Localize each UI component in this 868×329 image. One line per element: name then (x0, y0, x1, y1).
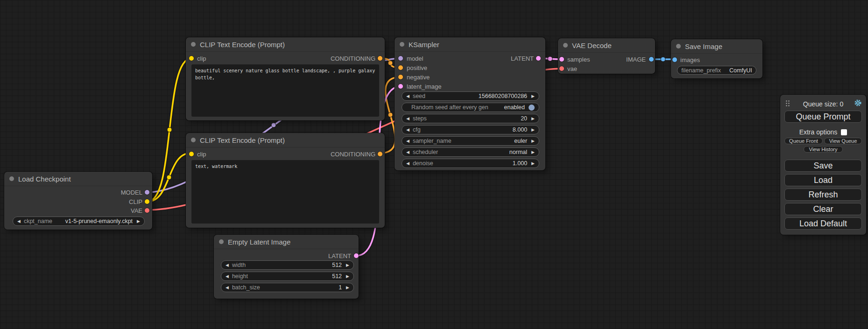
input-port-positive[interactable] (398, 65, 403, 70)
queue-panel[interactable]: Queue size: 0 Queue Prompt Extra options… (780, 95, 866, 235)
stepper-left-icon[interactable]: ◀ (17, 219, 21, 224)
stepper-left-icon[interactable]: ◀ (406, 128, 409, 132)
load-default-button[interactable]: Load Default (784, 217, 862, 230)
output-port-conditioning[interactable] (378, 152, 382, 156)
queue-prompt-button[interactable]: Queue Prompt (784, 111, 862, 123)
width-widget[interactable]: ◀ width 512 ▶ (221, 260, 354, 270)
wire-midpoint-dot-latent-out[interactable] (548, 56, 552, 61)
node-title-bar[interactable]: Empty Latent Image (214, 235, 359, 249)
stepper-left-icon[interactable]: ◀ (226, 274, 229, 279)
stepper-right-icon[interactable]: ▶ (531, 161, 535, 166)
node-title: VAE Decode (572, 42, 612, 49)
height-widget[interactable]: ◀ height 512 ▶ (221, 272, 354, 281)
output-port-vae[interactable] (145, 208, 149, 213)
widget-label: height (232, 273, 248, 280)
clear-button[interactable]: Clear (784, 203, 862, 215)
input-port-model[interactable] (398, 56, 403, 61)
node-status-dot (191, 42, 196, 47)
stepper-left-icon[interactable]: ◀ (406, 150, 409, 154)
input-port-samples[interactable] (559, 57, 564, 62)
extra-options-label: Extra options (799, 128, 838, 136)
output-port-image[interactable] (649, 57, 654, 62)
seed-widget[interactable]: ◀ seed 156680208700286 ▶ (402, 91, 539, 101)
scheduler-widget[interactable]: ◀ scheduler normal ▶ (402, 147, 539, 157)
queue-front-button[interactable]: Queue Front (784, 138, 823, 144)
input-port-vae[interactable] (559, 66, 564, 71)
save-button[interactable]: Save (784, 160, 862, 172)
node-title: CLIP Text Encode (Prompt) (200, 41, 285, 49)
stepper-right-icon[interactable]: ▶ (346, 274, 349, 279)
prompt-text-area[interactable]: text, watermark (191, 160, 379, 224)
stepper-right-icon[interactable]: ▶ (346, 286, 349, 290)
widget-value: 8.000 (513, 126, 527, 133)
node-save-image[interactable]: Save Image images filename_prefix ComfyU… (671, 39, 762, 78)
stepper-right-icon[interactable]: ▶ (531, 117, 535, 121)
stepper-right-icon[interactable]: ▶ (531, 94, 535, 98)
output-label-model: MODEL (121, 189, 142, 196)
wire-midpoint-dot-cond-negative[interactable] (388, 112, 393, 117)
output-port-latent[interactable] (354, 253, 359, 258)
output-port-model[interactable] (145, 190, 149, 195)
wire-midpoint-dot-cond-positive[interactable] (388, 61, 393, 65)
comfyui-canvas[interactable]: { "app": "ComfyUI node graph", "glyphs":… (0, 0, 868, 329)
node-load-checkpoint[interactable]: Load Checkpoint MODEL CLIP VAE ◀ ckpt_na… (4, 172, 152, 230)
node-clip-text-encode-positive[interactable]: CLIP Text Encode (Prompt) clip CONDITION… (186, 37, 385, 120)
random-seed-toggle-widget[interactable]: Random seed after every gen enabled (402, 103, 539, 112)
node-title: CLIP Text Encode (Prompt) (200, 136, 285, 144)
stepper-left-icon[interactable]: ◀ (226, 263, 229, 267)
stepper-right-icon[interactable]: ▶ (137, 219, 140, 224)
output-port-conditioning[interactable] (378, 56, 382, 61)
toggle-dot-icon[interactable] (529, 105, 535, 111)
stepper-left-icon[interactable]: ◀ (406, 139, 409, 143)
refresh-button[interactable]: Refresh (784, 189, 862, 201)
extra-options-checkbox[interactable] (841, 129, 847, 135)
node-ksampler[interactable]: KSampler model positive negative latent_… (395, 37, 545, 170)
output-port-clip[interactable] (145, 199, 149, 204)
view-queue-button[interactable]: View Queue (824, 138, 862, 144)
node-status-dot (400, 42, 404, 47)
input-port-latent-image[interactable] (398, 84, 403, 89)
batch-size-widget[interactable]: ◀ batch_size 1 ▶ (221, 283, 354, 292)
cfg-widget[interactable]: ◀ cfg 8.000 ▶ (402, 125, 539, 134)
input-port-images[interactable] (672, 57, 677, 62)
input-port-clip[interactable] (189, 56, 194, 61)
input-label-model: model (407, 55, 423, 62)
node-empty-latent-image[interactable]: Empty Latent Image LATENT ◀ width 512 ▶ … (214, 235, 359, 299)
stepper-left-icon[interactable]: ◀ (406, 117, 409, 121)
stepper-right-icon[interactable]: ▶ (346, 263, 349, 267)
stepper-left-icon[interactable]: ◀ (406, 161, 409, 166)
view-history-button[interactable]: View History (804, 146, 843, 153)
node-title-bar[interactable]: CLIP Text Encode (Prompt) (186, 37, 385, 52)
wire-midpoint-dot-image[interactable] (661, 57, 665, 62)
ckpt-name-widget[interactable]: ◀ ckpt_name v1-5-pruned-emaonly.ckpt ▶ (13, 217, 145, 226)
node-title-bar[interactable]: Save Image (671, 39, 762, 54)
input-label-latent-image: latent_image (407, 83, 441, 90)
prompt-text-area[interactable]: beautiful scenery nature glass bottle la… (191, 64, 379, 117)
node-title: Load Checkpoint (18, 175, 71, 183)
steps-widget[interactable]: ◀ steps 20 ▶ (402, 114, 539, 123)
denoise-widget[interactable]: ◀ denoise 1.000 ▶ (402, 159, 539, 168)
node-title-bar[interactable]: Load Checkpoint (4, 172, 152, 186)
wire-midpoint-dot-clip1[interactable] (167, 127, 172, 132)
filename-prefix-widget[interactable]: filename_prefix ComfyUI (677, 66, 756, 75)
stepper-left-icon[interactable]: ◀ (226, 286, 229, 290)
input-port-negative[interactable] (398, 75, 403, 79)
node-title-bar[interactable]: VAE Decode (558, 38, 655, 53)
load-button[interactable]: Load (784, 174, 862, 186)
settings-gear-icon[interactable] (854, 99, 862, 107)
output-port-latent[interactable] (536, 56, 541, 61)
stepper-right-icon[interactable]: ▶ (531, 150, 535, 154)
node-clip-text-encode-negative[interactable]: CLIP Text Encode (Prompt) clip CONDITION… (186, 133, 385, 228)
wire-midpoint-dot-model[interactable] (271, 123, 276, 127)
stepper-left-icon[interactable]: ◀ (406, 94, 409, 98)
stepper-right-icon[interactable]: ▶ (531, 128, 535, 132)
sampler-name-widget[interactable]: ◀ sampler_name euler ▶ (402, 136, 539, 146)
node-status-dot (9, 176, 14, 181)
node-vae-decode[interactable]: VAE Decode samples IMAGE vae (558, 38, 655, 74)
wire-midpoint-dot-clip2[interactable] (167, 175, 171, 180)
node-title-bar[interactable]: KSampler (395, 37, 545, 52)
widget-label: batch_size (232, 284, 260, 291)
stepper-right-icon[interactable]: ▶ (531, 139, 535, 143)
input-port-clip[interactable] (189, 152, 194, 156)
node-title-bar[interactable]: CLIP Text Encode (Prompt) (186, 133, 385, 147)
